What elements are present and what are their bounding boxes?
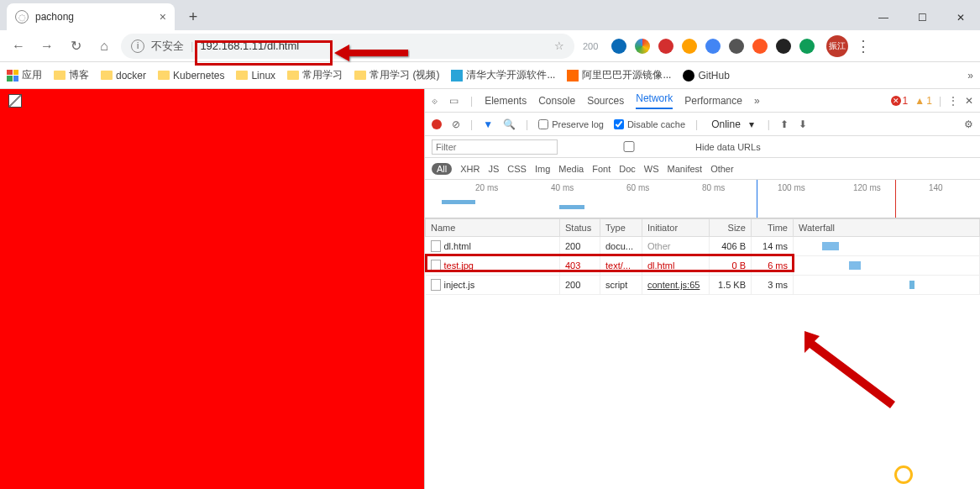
back-button[interactable]: ←: [7, 34, 30, 58]
inspect-icon[interactable]: ⟐: [432, 95, 438, 107]
devtools-tab-sources[interactable]: Sources: [587, 95, 624, 107]
clear-icon[interactable]: ⊘: [452, 118, 460, 130]
filter-input[interactable]: [432, 139, 558, 155]
bookmark-label: 阿里巴巴开源镜像...: [582, 68, 671, 82]
bookmarks-bar: 应用 博客 docker Kubernetes Linux 常用学习 常用学习 …: [0, 62, 980, 89]
table-row[interactable]: test.jpg403text/...dl.html0 B6 ms: [426, 256, 980, 276]
ext-icon[interactable]: [729, 39, 744, 54]
type-filter[interactable]: Manifest: [668, 164, 703, 174]
error-badge[interactable]: ✕1: [891, 95, 909, 107]
devtools-tab-performance[interactable]: Performance: [684, 95, 742, 107]
warning-badge[interactable]: ▲1: [914, 95, 932, 107]
ext-icon[interactable]: [658, 39, 673, 54]
col-size[interactable]: Size: [710, 219, 752, 237]
devtools-menu-icon[interactable]: ⋮: [948, 95, 958, 107]
type-filter[interactable]: Other: [710, 164, 734, 174]
col-status[interactable]: Status: [560, 219, 600, 237]
preserve-log-checkbox[interactable]: Preserve log: [538, 119, 604, 129]
devtools-tab-network[interactable]: Network: [636, 92, 673, 109]
disable-cache-checkbox[interactable]: Disable cache: [614, 119, 685, 129]
max-button[interactable]: ☐: [903, 5, 941, 30]
new-tab-button[interactable]: +: [181, 5, 205, 29]
request-time: 3 ms: [752, 276, 794, 295]
type-filter[interactable]: Font: [592, 164, 611, 174]
devtools-tab-console[interactable]: Console: [538, 95, 575, 107]
ext-icon[interactable]: [776, 39, 791, 54]
request-initiator[interactable]: dl.html: [642, 256, 710, 276]
request-type: docu...: [600, 237, 642, 256]
ext-icon[interactable]: [635, 39, 650, 54]
bookmark-folder[interactable]: Linux: [236, 70, 275, 82]
bookmark-folder[interactable]: docker: [101, 70, 146, 82]
request-initiator[interactable]: content.js:65: [642, 276, 710, 295]
bookmark-link[interactable]: 阿里巴巴开源镜像...: [567, 68, 671, 82]
folder-icon: [236, 71, 248, 80]
insecure-label: 不安全: [151, 39, 184, 54]
close-button[interactable]: ✕: [941, 5, 980, 30]
col-waterfall[interactable]: Waterfall: [794, 219, 980, 237]
timeline-bar: [442, 200, 475, 204]
devtools-close-icon[interactable]: ✕: [965, 95, 973, 107]
hide-data-urls-checkbox[interactable]: Hide data URLs: [566, 141, 761, 152]
filter-icon[interactable]: ▼: [483, 118, 493, 130]
reload-button[interactable]: ↻: [64, 34, 87, 58]
type-filter[interactable]: Img: [535, 164, 550, 174]
ext-icon[interactable]: [682, 39, 697, 54]
type-filter[interactable]: WS: [644, 164, 659, 174]
type-filter[interactable]: Media: [558, 164, 584, 174]
search-icon[interactable]: 🔍: [503, 118, 516, 130]
col-type[interactable]: Type: [600, 219, 642, 237]
home-button[interactable]: ⌂: [92, 34, 116, 58]
record-button[interactable]: [432, 119, 442, 129]
table-row[interactable]: inject.js200scriptcontent.js:651.5 KB3 m…: [426, 276, 980, 295]
bookmarks-overflow-icon[interactable]: »: [967, 70, 973, 82]
col-initiator[interactable]: Initiator: [642, 219, 710, 237]
throttling-select[interactable]: Online ▾: [708, 118, 757, 131]
content-area: ⟐ ▭ | Elements Console Sources Network P…: [0, 89, 980, 489]
type-filter[interactable]: Doc: [619, 164, 636, 174]
address-bar[interactable]: i 不安全 | 192.168.1.11/dl.html ☆: [121, 34, 574, 59]
timeline-tick: 80 ms: [702, 183, 725, 192]
ext-icon[interactable]: [705, 39, 721, 54]
col-time[interactable]: Time: [752, 219, 794, 237]
bookmark-folder[interactable]: Kubernetes: [158, 70, 224, 82]
table-row[interactable]: dl.html200docu...Other406 B14 ms: [426, 237, 980, 256]
devtools-tab-elements[interactable]: Elements: [485, 95, 527, 107]
type-filter[interactable]: JS: [488, 164, 499, 174]
waterfall-cell: [799, 278, 974, 292]
request-size: 0 B: [710, 256, 752, 276]
browser-tab[interactable]: ◌ pachong ×: [7, 3, 175, 30]
bookmark-folder[interactable]: 常用学习 (视频): [354, 68, 439, 82]
download-icon[interactable]: ⬇: [799, 118, 807, 130]
ext-icon[interactable]: [752, 39, 768, 54]
watermark-logo-icon: [894, 465, 913, 484]
github-icon: [683, 70, 694, 82]
apps-label: 应用: [22, 68, 42, 82]
tab-close-icon[interactable]: ×: [160, 10, 166, 24]
waterfall-cell: [799, 239, 974, 253]
ext-icon[interactable]: [611, 39, 626, 54]
settings-gear-icon[interactable]: ⚙: [964, 118, 973, 130]
bookmark-folder[interactable]: 常用学习: [287, 68, 343, 82]
type-filter[interactable]: XHR: [460, 164, 480, 174]
bookmark-star-icon[interactable]: ☆: [554, 39, 564, 52]
ext-icon[interactable]: [799, 39, 815, 54]
type-filter[interactable]: CSS: [507, 164, 527, 174]
more-tabs-icon[interactable]: »: [754, 95, 760, 107]
min-button[interactable]: —: [864, 5, 903, 30]
apps-button[interactable]: 应用: [7, 68, 42, 82]
bookmark-link[interactable]: 清华大学开源软件...: [451, 68, 555, 82]
bookmark-link[interactable]: GitHub: [683, 70, 729, 82]
col-name[interactable]: Name: [426, 219, 560, 237]
browser-menu-icon[interactable]: ⋮: [853, 37, 873, 55]
forward-button[interactable]: →: [35, 34, 59, 58]
device-mode-icon[interactable]: ▭: [449, 95, 459, 107]
type-all[interactable]: All: [432, 163, 452, 175]
profile-avatar[interactable]: 振江: [826, 35, 848, 57]
upload-icon[interactable]: ⬆: [780, 118, 789, 130]
bookmark-folder[interactable]: 博客: [54, 68, 89, 82]
network-timeline[interactable]: 20 ms 40 ms 60 ms 80 ms 100 ms 120 ms 14…: [425, 180, 980, 218]
site-info-icon[interactable]: i: [131, 39, 144, 53]
request-initiator[interactable]: Other: [642, 237, 710, 256]
request-status: 200: [560, 276, 600, 295]
